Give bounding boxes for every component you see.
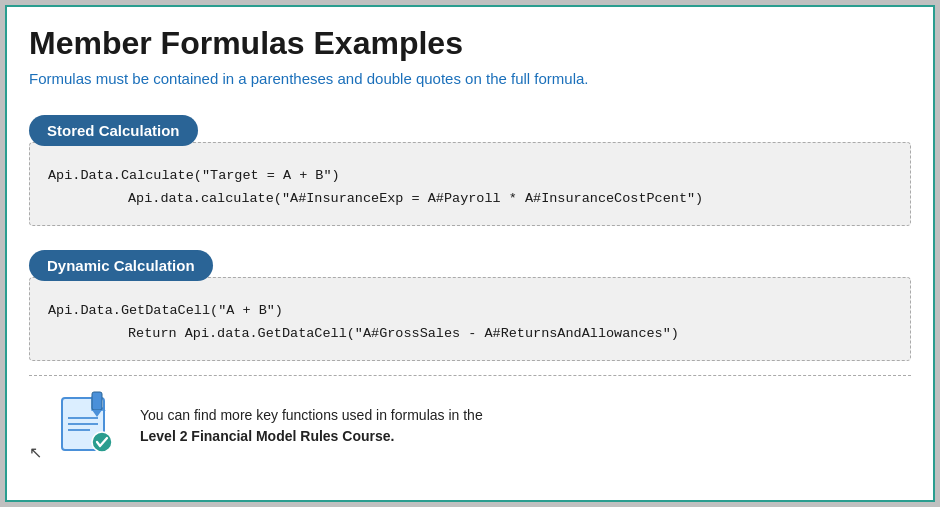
dynamic-calculation-label: Dynamic Calculation: [29, 250, 213, 281]
dynamic-calculation-section: Dynamic Calculation Api.Data.GetDataCell…: [29, 240, 911, 361]
stored-calculation-section: Stored Calculation Api.Data.Calculate("T…: [29, 105, 911, 226]
dynamic-code-line-2: Return Api.data.GetDataCell("A#GrossSale…: [48, 323, 892, 346]
dynamic-code-line-1: Api.Data.GetDataCell("A + B"): [48, 300, 892, 323]
main-frame: Member Formulas Examples Formulas must b…: [5, 5, 935, 502]
cursor-icon: ↖: [29, 443, 42, 462]
footer-text-bold: Level 2 Financial Model Rules Course.: [140, 428, 394, 444]
document-icon: [50, 390, 122, 462]
stored-code-line-1: Api.Data.Calculate("Target = A + B"): [48, 165, 892, 188]
dynamic-calculation-code-box: Api.Data.GetDataCell("A + B") Return Api…: [29, 277, 911, 361]
footer-section: ↖ You can find more key function: [29, 375, 911, 462]
svg-point-7: [92, 432, 112, 452]
svg-rect-5: [92, 392, 102, 410]
stored-calculation-label: Stored Calculation: [29, 115, 198, 146]
subtitle: Formulas must be contained in a parenthe…: [29, 70, 911, 87]
stored-code-line-2: Api.data.calculate("A#InsuranceExp = A#P…: [48, 188, 892, 211]
page-title: Member Formulas Examples: [29, 25, 911, 62]
footer-text: You can find more key functions used in …: [140, 405, 483, 447]
stored-calculation-code-box: Api.Data.Calculate("Target = A + B") Api…: [29, 142, 911, 226]
footer-text-normal: You can find more key functions used in …: [140, 407, 483, 423]
